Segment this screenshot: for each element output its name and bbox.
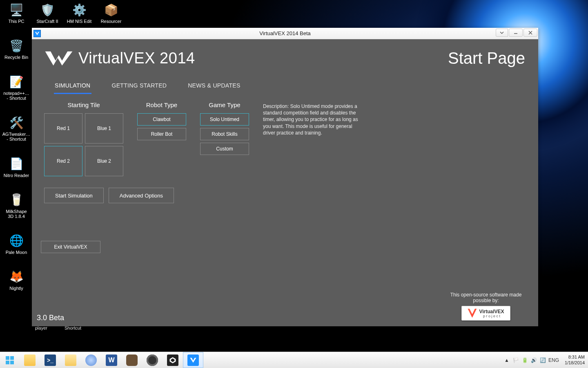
- clock-time: 8:31 AM: [568, 355, 585, 360]
- taskbar-file-explorer[interactable]: [20, 352, 40, 368]
- desktop-icon-agtweaker[interactable]: 🛠️ AGTweaker… - Shortcut: [2, 114, 30, 141]
- exit-button[interactable]: Exit VirtualVEX: [41, 241, 100, 253]
- window-title: VirtualVEX 2014 Beta: [32, 30, 538, 36]
- app-name: VirtualVEX 2014: [78, 49, 195, 67]
- icon-label: MilkShape 3D 1.8.4: [6, 209, 27, 219]
- taskbar-folder[interactable]: [60, 352, 81, 368]
- tile-blue2[interactable]: Blue 2: [85, 146, 123, 176]
- desktop-icon-starcraft[interactable]: 🛡️ StarCraft II: [33, 2, 62, 24]
- version-label: 3.0 Beta: [37, 314, 64, 322]
- globe-icon: 🌐: [8, 233, 24, 249]
- desktop-icon-this-pc[interactable]: 🖥️ This PC: [2, 2, 30, 24]
- window-titlebar[interactable]: VirtualVEX 2014 Beta: [32, 28, 538, 39]
- flag-icon[interactable]: 🏳️: [512, 357, 519, 364]
- start-button[interactable]: [0, 352, 20, 368]
- column-heading: Starting Tile: [67, 101, 100, 108]
- desktop-icon-nightly[interactable]: 🦊 Nightly: [2, 269, 30, 291]
- taskbar-obs[interactable]: [142, 352, 163, 368]
- credit-logo-title: VirtualVEX: [479, 309, 504, 314]
- tab-news-updates[interactable]: NEWS & UPDATES: [187, 82, 241, 94]
- windows-logo-icon: [5, 355, 15, 365]
- column-heading: Game Type: [209, 101, 240, 108]
- icon-label: AGTweaker… - Shortcut: [2, 132, 30, 141]
- desktop-left-icons: 🖥️ This PC 🗑️ Recycle Bin 📝 notepad++… -…: [2, 2, 33, 291]
- taskbar-browser[interactable]: [81, 352, 101, 368]
- game-solo-untimed[interactable]: Solo Untimed: [200, 113, 249, 126]
- tab-simulation[interactable]: SIMULATION: [54, 82, 91, 94]
- virtualvex-icon: [187, 355, 199, 366]
- taskbar-word[interactable]: W: [101, 352, 122, 368]
- credit-text: This open-source software made possible …: [445, 292, 527, 303]
- window-menu-button[interactable]: [496, 29, 508, 37]
- icon-label: Nightly: [9, 286, 23, 291]
- trash-icon: 🗑️: [8, 38, 24, 54]
- unity-icon: [167, 355, 178, 366]
- icon-label: HM NIS Edit: [67, 19, 92, 24]
- robot-rollerbot[interactable]: Roller Bot: [137, 128, 186, 140]
- virtualvex-logo-icon: [45, 50, 73, 67]
- tab-getting-started[interactable]: GETTING STARTED: [111, 82, 168, 94]
- icon-label: Nitro Reader: [4, 173, 29, 178]
- page-title: Start Page: [448, 49, 525, 67]
- desktop-icon-recycle-bin[interactable]: 🗑️ Recycle Bin: [2, 38, 30, 60]
- tile-blue1[interactable]: Blue 1: [85, 113, 123, 144]
- taskbar-powershell[interactable]: >_: [40, 352, 60, 368]
- icon-label: This PC: [8, 19, 24, 24]
- game-robot-skills[interactable]: Robot Skills: [200, 128, 249, 140]
- circle-app-icon: [147, 355, 158, 366]
- taskbar-unity[interactable]: [163, 352, 183, 368]
- desktop-icon-nitro-reader[interactable]: 📄 Nitro Reader: [2, 156, 30, 178]
- taskbar-items: >_ W: [20, 352, 203, 368]
- desktop-icon-resourcer[interactable]: 📦 Resourcer: [96, 2, 126, 24]
- sync-icon[interactable]: 🔄: [539, 357, 546, 364]
- taskbar-clock[interactable]: 8:31 AM 1/18/2014: [561, 352, 588, 368]
- firefox-nightly-icon: 🦊: [8, 269, 24, 285]
- icon-label: StarCraft II: [36, 19, 58, 24]
- folder-icon: [24, 355, 36, 366]
- virtualvex-window: VirtualVEX 2014 Beta VirtualVEX 2014 Sta…: [32, 28, 538, 326]
- starting-tile-column: Starting Tile Red 1 Blue 1 Red 2 Blue 2: [44, 101, 123, 176]
- close-button[interactable]: [523, 29, 537, 37]
- game-icon: 🛡️: [39, 2, 56, 18]
- tray-language[interactable]: ENG: [548, 357, 559, 363]
- tile-red2[interactable]: Red 2: [44, 146, 82, 176]
- word-icon: W: [106, 355, 117, 366]
- credit-logo-sub: p r o j e c t: [479, 314, 504, 318]
- icon-label: Resourcer: [101, 19, 122, 24]
- mode-description: Description: Solo Untimed mode provides …: [263, 103, 365, 176]
- icon-label: Recycle Bin: [4, 55, 28, 60]
- svg-rect-4: [10, 361, 14, 364]
- robot-clawbot[interactable]: Clawbot: [137, 113, 186, 126]
- game-custom[interactable]: Custom: [200, 143, 249, 155]
- tile-red1[interactable]: Red 1: [44, 113, 82, 144]
- svg-rect-1: [6, 356, 9, 360]
- game-type-column: Game Type Solo Untimed Robot Skills Cust…: [200, 101, 249, 176]
- volume-icon[interactable]: 🔊: [530, 357, 537, 364]
- desktop-icon-milkshape[interactable]: 🥛 MilkShape 3D 1.8.4: [2, 192, 30, 219]
- desktop-icon-palemoon[interactable]: 🌐 Pale Moon: [2, 233, 30, 255]
- gimp-icon: [126, 355, 138, 366]
- battery-icon[interactable]: 🔋: [521, 357, 528, 364]
- start-simulation-button[interactable]: Start Simulation: [44, 188, 104, 203]
- taskbar: >_ W ▲ 🏳️ 🔋 🔊 🔄 ENG 8:31 AM 1/18/2014: [0, 352, 588, 368]
- icon-label: notepad++… - Shortcut: [3, 91, 29, 101]
- tray-arrow-icon[interactable]: ▲: [503, 357, 510, 364]
- folder-icon: [65, 355, 76, 366]
- advanced-options-button[interactable]: Advanced Options: [109, 188, 174, 203]
- desktop-top-row: 🛡️ StarCraft II ⚙️ HM NIS Edit 📦 Resourc…: [33, 2, 126, 24]
- robot-type-column: Robot Type Clawbot Roller Bot: [137, 101, 186, 176]
- installer-icon: ⚙️: [71, 2, 87, 18]
- tab-bar: SIMULATION GETTING STARTED NEWS & UPDATE…: [39, 82, 535, 94]
- vv-mark-icon: [468, 309, 477, 318]
- clock-date: 1/18/2014: [565, 360, 585, 366]
- desktop-icon-hmnis[interactable]: ⚙️ HM NIS Edit: [65, 2, 94, 24]
- app-brand: VirtualVEX 2014: [45, 49, 195, 67]
- taskbar-virtualvex[interactable]: [183, 352, 203, 368]
- system-tray[interactable]: ▲ 🏳️ 🔋 🔊 🔄 ENG: [500, 352, 561, 368]
- desktop-icon-notepadpp[interactable]: 📝 notepad++… - Shortcut: [2, 74, 30, 101]
- taskbar-gimp[interactable]: [122, 352, 142, 368]
- virtualvex-project-logo: VirtualVEX p r o j e c t: [461, 306, 510, 321]
- svg-rect-3: [6, 361, 9, 364]
- minimize-button[interactable]: [509, 29, 523, 37]
- monitor-icon: 🖥️: [8, 2, 24, 18]
